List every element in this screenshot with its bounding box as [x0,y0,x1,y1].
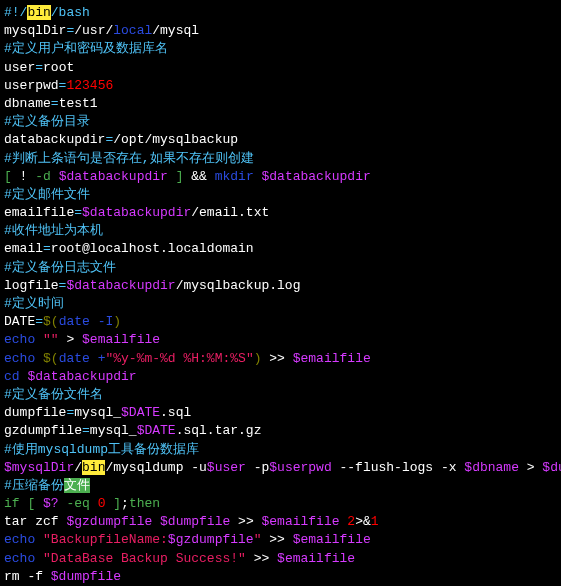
token: /opt/mysqlbackup [113,132,238,147]
token: ! [20,169,36,184]
token: 文件 [64,478,90,493]
token: = [82,423,90,438]
token: #定义邮件文件 [4,187,90,202]
token: "%y-%m-%d %H:%M:%S" [105,351,253,366]
code-line: gzdumpfile=mysql_$DATE.sql.tar.gz [4,422,557,440]
code-line: rm -f $dumpfile [4,568,557,586]
token: ; [121,496,129,511]
token: root [43,60,74,75]
token: $emailfile [293,532,371,547]
code-line: echo "DataBase Backup Success!" >> $emai… [4,550,557,568]
code-line: tar zcf $gzdumpfile $dumpfile >> $emailf… [4,513,557,531]
code-line: #!/bin/bash [4,4,557,22]
token: /bash [51,5,90,20]
token: "" [43,332,59,347]
code-line: echo $(date +"%y-%m-%d %H:%M:%S") >> $em… [4,350,557,368]
code-block: #!/bin/bashmysqlDir=/usr/local/mysql#定义用… [4,4,557,586]
token: bin [27,5,50,20]
token: = [74,205,82,220]
token: date + [59,351,106,366]
token: /usr/ [74,23,113,38]
token: test1 [59,96,98,111]
code-line: #定义备份目录 [4,113,557,131]
code-line: #使用mysqldump工具备份数据库 [4,441,557,459]
token: #定义时间 [4,296,64,311]
token: mysqlDir [4,23,66,38]
token: then [129,496,160,511]
token: #定义用户和密码及数据库名 [4,41,168,56]
token: $emailfile [277,551,355,566]
token: -eq [59,496,90,511]
token: 1 [371,514,379,529]
code-line: #定义用户和密码及数据库名 [4,40,557,58]
token: > [519,460,542,475]
token: dumpfile [4,405,66,420]
token: rm -f [4,569,51,584]
code-line: user=root [4,59,557,77]
token: /mysqlbackup.log [176,278,301,293]
token: $databackupdir [82,205,191,220]
token [254,169,262,184]
token: /mysqldump -u [105,460,206,475]
code-line: #定义备份文件名 [4,386,557,404]
token [35,332,43,347]
token: ] [168,169,184,184]
token: root@localhost.localdomain [51,241,254,256]
token: tar zcf [4,514,66,529]
token: 123456 [66,78,113,93]
code-line: [ ! -d $databackupdir ] && mkdir $databa… [4,168,557,186]
code-line: mysqlDir=/usr/local/mysql [4,22,557,40]
token: $( [43,351,59,366]
token: $( [43,314,59,329]
token: $dumpfile [160,514,230,529]
token: -d [35,169,51,184]
token: $user [207,460,246,475]
token: = [35,314,43,329]
token: ) [254,351,262,366]
token: #判断上条语句是否存在,如果不存在则创建 [4,151,254,166]
token [35,551,43,566]
token: $gzdumpfile [66,514,152,529]
token: "BackupfileName: [43,532,168,547]
token: -p [246,460,269,475]
token: $? [43,496,59,511]
token: "DataBase Backup Success!" [43,551,246,566]
token [35,532,43,547]
token: $databackupdir [27,369,136,384]
token: mkdir [215,169,254,184]
token: $emailfile [82,332,160,347]
token: date -I [59,314,114,329]
token: #定义备份文件名 [4,387,103,402]
token: #收件地址为本机 [4,223,103,238]
token: echo [4,532,35,547]
token: echo [4,551,35,566]
token: $databackupdir [262,169,371,184]
token: logfile [4,278,59,293]
token: $DATE [137,423,176,438]
token: >> [246,551,277,566]
token: $databackupdir [59,169,168,184]
token: 2 [347,514,355,529]
token: #!/ [4,5,27,20]
token: / [74,460,82,475]
token: $databackupdir [66,278,175,293]
code-line: #判断上条语句是否存在,如果不存在则创建 [4,150,557,168]
token: #使用mysqldump工具备份数据库 [4,442,199,457]
code-line: userpwd=123456 [4,77,557,95]
code-line: #定义邮件文件 [4,186,557,204]
token: local [113,23,152,38]
token: ) [113,314,121,329]
token: .sql [160,405,191,420]
token: $emailfile [262,514,340,529]
token: $dumpfile [51,569,121,584]
code-line: #定义备份日志文件 [4,259,557,277]
token: $gzdumpfile [168,532,254,547]
token: #定义备份日志文件 [4,260,116,275]
token: $userpwd [269,460,331,475]
token: DATE [4,314,35,329]
token: gzdumpfile [4,423,82,438]
token: = [51,96,59,111]
token: $DATE [121,405,160,420]
token: #压缩备份 [4,478,64,493]
token: dbname [4,96,51,111]
